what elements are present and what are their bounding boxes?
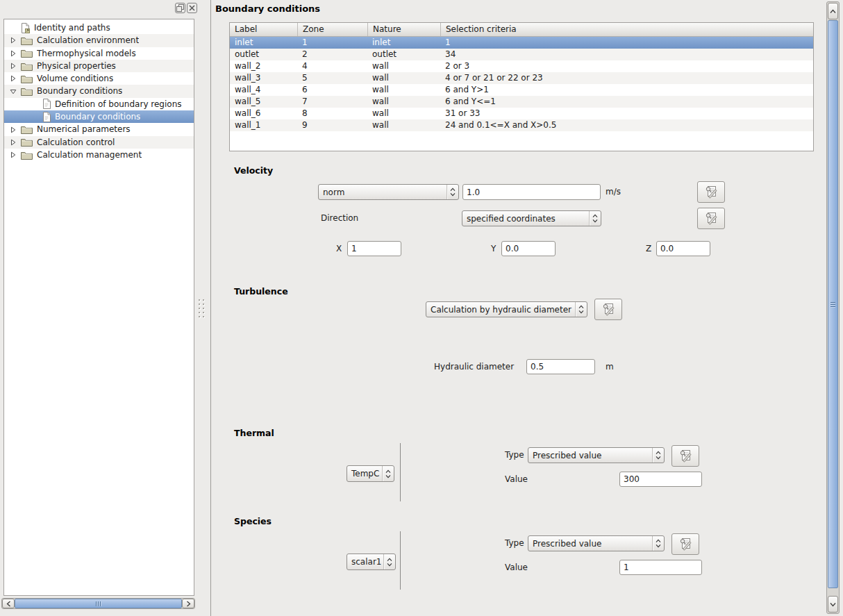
thermal-value-label: Value [505, 472, 528, 487]
direction-z-input[interactable] [656, 241, 710, 256]
scroll-left-button[interactable] [2, 599, 15, 608]
cell-nature: wall [367, 72, 440, 84]
cell-nature: inlet [367, 37, 440, 49]
cell-zone: 4 [297, 60, 367, 72]
triangle-right-icon[interactable] [9, 63, 17, 69]
formula-editor-icon [601, 303, 616, 316]
triangle-right-icon[interactable] [9, 75, 17, 82]
column-header-zone[interactable]: Zone [297, 23, 367, 36]
column-header-nature[interactable]: Nature [367, 23, 440, 36]
triangle-right-icon[interactable] [9, 126, 17, 133]
tree-item-thermophysical-models[interactable]: Thermophysical models [4, 47, 194, 60]
cell-nature: wall [367, 60, 440, 72]
cell-selection-criteria: 24 and 0.1<=X and X>0.5 [440, 119, 813, 131]
combo-value: norm [319, 188, 446, 197]
tree-item-physical-properties[interactable]: Physical properties [4, 60, 194, 72]
thermal-type-select[interactable]: Prescribed value [528, 447, 665, 463]
cell-label: wall_6 [230, 108, 297, 119]
thermal-formula-editor-button[interactable] [671, 445, 699, 467]
table-row-wall-5[interactable]: wall_57wall6 and Y<=1 [230, 96, 813, 108]
direction-label: Direction [321, 210, 358, 226]
species-variable-select[interactable]: scalar1 [347, 553, 396, 570]
float-panel-button[interactable] [175, 3, 185, 13]
combo-value: scalar1 [347, 557, 383, 567]
panel-separator [210, 0, 211, 616]
direction-x-input[interactable] [347, 241, 401, 256]
triangle-right-icon[interactable] [9, 37, 17, 44]
velocity-direction-select[interactable]: specified coordinates [462, 210, 601, 226]
triangle-right-icon[interactable] [9, 50, 17, 57]
tree-item-calculation-environment[interactable]: Calculation environment [4, 34, 194, 47]
tree-item-label: Calculation environment [37, 34, 139, 47]
table-row-wall-6[interactable]: wall_68wall31 or 33 [230, 108, 813, 119]
turbulence-formula-editor-button[interactable] [594, 299, 622, 320]
combo-value: Calculation by hydraulic diameter [426, 305, 575, 315]
scrollbar-thumb[interactable] [828, 20, 838, 588]
cell-zone: 6 [297, 84, 367, 96]
species-type-label: Type [505, 535, 524, 551]
tree-item-identity-and-paths[interactable]: Identity and paths [4, 22, 194, 34]
formula-editor-icon [703, 212, 719, 225]
formula-editor-icon [678, 538, 693, 551]
scroll-down-button[interactable] [828, 596, 838, 613]
restore-icon [176, 4, 184, 12]
cell-nature: outlet [367, 49, 440, 60]
table-row-inlet[interactable]: inlet1inlet1 [230, 37, 813, 49]
tree-item-boundary-conditions[interactable]: Boundary conditions [4, 110, 194, 123]
species-formula-editor-button[interactable] [671, 533, 699, 555]
updown-arrows-icon [383, 554, 395, 569]
column-header-label[interactable]: Label [230, 23, 297, 36]
thermal-variable-select[interactable]: TempC [347, 465, 394, 482]
tree-item-definition-of-boundary-regions[interactable]: Definition of boundary regions [4, 98, 194, 110]
direction-formula-editor-button[interactable] [697, 208, 725, 229]
tree-horizontal-scrollbar[interactable] [1, 598, 195, 609]
table-row-wall-1[interactable]: wall_19wall24 and 0.1<=X and X>0.5 [230, 119, 813, 131]
table-row-outlet[interactable]: outlet2outlet34 [230, 49, 813, 60]
cell-nature: wall [367, 108, 440, 119]
table-row-wall-2[interactable]: wall_24wall2 or 3 [230, 60, 813, 72]
column-header-selection-criteria[interactable]: Selection criteria [440, 23, 813, 36]
species-type-select[interactable]: Prescribed value [528, 535, 665, 551]
tree-item-calculation-management[interactable]: Calculation management [4, 149, 194, 161]
combo-value: Prescribed value [528, 451, 652, 460]
arrow-right-icon [186, 601, 191, 607]
hydraulic-diameter-input[interactable] [526, 359, 595, 374]
tree-item-numerical-parameters[interactable]: Numerical parameters [4, 123, 194, 135]
tree-item-calculation-control[interactable]: Calculation control [4, 136, 194, 149]
turbulence-model-select[interactable]: Calculation by hydraulic diameter [426, 301, 587, 317]
direction-z-label: Z [646, 241, 651, 256]
folder-icon [21, 49, 33, 58]
tree-item-volume-conditions[interactable]: Volume conditions [4, 72, 194, 85]
folder-icon [21, 62, 33, 71]
scroll-right-button[interactable] [182, 599, 194, 608]
table-header: LabelZoneNatureSelection criteria [230, 23, 813, 37]
hydraulic-diameter-unit-label: m [606, 359, 614, 374]
scroll-up-button[interactable] [828, 3, 838, 19]
splitter-handle[interactable] [199, 299, 204, 322]
boundary-conditions-table: LabelZoneNatureSelection criteria inlet1… [229, 22, 814, 151]
species-divider [400, 531, 401, 590]
cell-zone: 8 [297, 108, 367, 119]
species-value-input[interactable] [619, 560, 702, 575]
cell-label: inlet [230, 37, 297, 49]
velocity-norm-input[interactable] [462, 184, 601, 200]
hydraulic-diameter-label: Hydraulic diameter [434, 359, 514, 374]
table-row-wall-3[interactable]: wall_35wall4 or 7 or 21 or 22 or 23 [230, 72, 813, 84]
cell-selection-criteria: 6 and Y>1 [440, 84, 813, 96]
application-window: { "icons": { "float": "restore-icon", "c… [0, 0, 843, 616]
triangle-right-icon[interactable] [9, 139, 17, 146]
velocity-norm-select[interactable]: norm [318, 184, 459, 200]
triangle-right-icon[interactable] [9, 151, 17, 158]
thermal-value-input[interactable] [619, 472, 702, 487]
scrollbar-thumb[interactable] [15, 599, 182, 608]
triangle-down-icon[interactable] [9, 88, 17, 95]
direction-y-input[interactable] [501, 241, 556, 256]
close-panel-button[interactable] [187, 3, 197, 13]
tree-item-boundary-conditions[interactable]: Boundary conditions [4, 85, 194, 97]
velocity-formula-editor-button[interactable] [697, 181, 725, 203]
table-row-wall-4[interactable]: wall_46wall6 and Y>1 [230, 84, 813, 96]
direction-x-label: X [336, 241, 342, 256]
cell-zone: 5 [297, 72, 367, 84]
species-value-label: Value [505, 560, 528, 575]
main-vertical-scrollbar[interactable] [826, 1, 840, 614]
